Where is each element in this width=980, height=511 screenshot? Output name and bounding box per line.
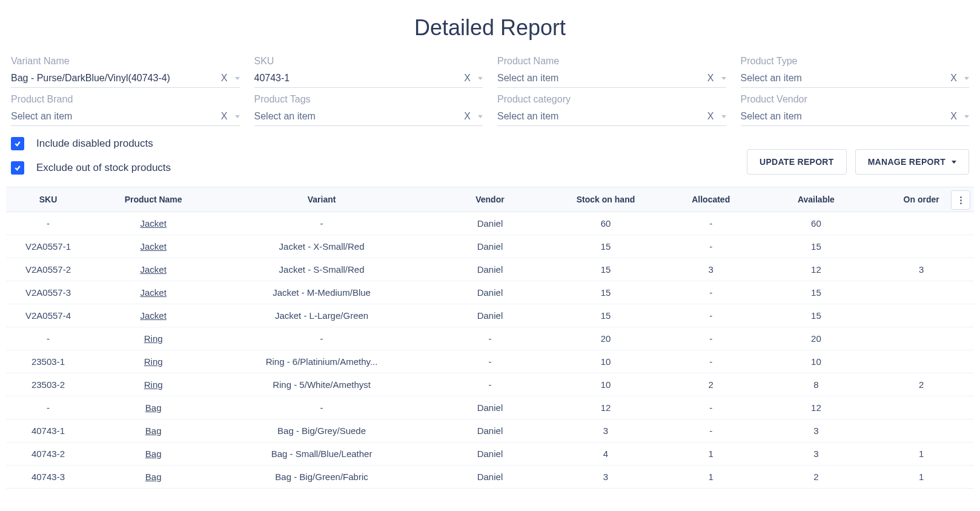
report-table-wrapper: SKU Product Name Variant Vendor Stock on…: [6, 187, 974, 489]
cell-sku: -: [6, 212, 90, 235]
filter-sku: SKU 40743-1 X: [254, 56, 483, 88]
cell-available: 3: [764, 443, 869, 466]
chevron-down-icon[interactable]: [964, 115, 969, 118]
cell-stock: 60: [553, 212, 658, 235]
cell-vendor: Daniel: [427, 443, 553, 466]
button-label: MANAGE REPORT: [868, 157, 945, 167]
chevron-down-icon[interactable]: [478, 115, 483, 118]
table-row: 23503-2RingRing - 5/White/Amethyst-10282: [6, 373, 974, 396]
product-name-select[interactable]: Select an item X: [497, 70, 726, 88]
dots-icon: [960, 196, 962, 198]
cell-variant: Jacket - M-Medium/Blue: [216, 281, 426, 304]
product-link[interactable]: Jacket: [140, 287, 166, 298]
cell-onorder: [869, 419, 974, 443]
cell-vendor: Daniel: [427, 419, 553, 443]
cell-stock: 12: [553, 396, 658, 419]
cell-stock: 10: [553, 350, 658, 373]
product-brand-select[interactable]: Select an item X: [11, 109, 240, 126]
cell-variant: Ring - 6/Platinium/Amethy...: [216, 350, 426, 373]
cell-variant: Ring - 5/White/Amethyst: [216, 373, 426, 396]
table-row: 40743-3BagBag - Big/Green/FabricDaniel31…: [6, 466, 974, 489]
filter-variant-name: Variant Name Bag - Purse/DarkBlue/Vinyl(…: [11, 56, 240, 88]
chevron-down-icon[interactable]: [478, 77, 483, 80]
cell-available: 10: [764, 350, 869, 373]
table-row: 40743-2BagBag - Small/Blue/LeatherDaniel…: [6, 443, 974, 466]
product-link[interactable]: Bag: [145, 449, 162, 459]
clear-icon[interactable]: X: [217, 111, 231, 122]
report-table: SKU Product Name Variant Vendor Stock on…: [6, 187, 974, 489]
cell-product: Bag: [90, 396, 216, 419]
clear-icon[interactable]: X: [947, 111, 961, 122]
chevron-down-icon[interactable]: [235, 115, 240, 118]
table-row: V2A0557-3JacketJacket - M-Medium/BlueDan…: [6, 281, 974, 304]
clear-icon[interactable]: X: [704, 111, 718, 122]
product-link[interactable]: Bag: [145, 402, 162, 413]
col-vendor[interactable]: Vendor: [427, 187, 553, 212]
clear-icon[interactable]: X: [460, 111, 474, 122]
product-link[interactable]: Ring: [144, 333, 163, 344]
product-link[interactable]: Ring: [144, 379, 163, 390]
product-tags-select[interactable]: Select an item X: [254, 109, 483, 126]
cell-onorder: [869, 304, 974, 327]
product-category-select[interactable]: Select an item X: [497, 109, 726, 126]
clear-icon[interactable]: X: [947, 73, 961, 84]
col-available[interactable]: Available: [764, 187, 869, 212]
clear-icon[interactable]: X: [704, 73, 718, 84]
sku-select[interactable]: 40743-1 X: [254, 70, 483, 88]
filter-product-type: Product Type Select an item X: [741, 56, 970, 88]
product-link[interactable]: Jacket: [140, 264, 166, 275]
cell-vendor: -: [427, 350, 553, 373]
filter-label: Product Name: [497, 56, 726, 67]
cell-sku: 23503-1: [6, 350, 90, 373]
exclude-out-of-stock-checkbox[interactable]: Exclude out of stock products: [11, 161, 171, 175]
cell-onorder: [869, 350, 974, 373]
manage-report-button[interactable]: MANAGE REPORT: [855, 149, 969, 175]
product-link[interactable]: Ring: [144, 356, 163, 367]
table-row: 40743-1BagBag - Big/Grey/SuedeDaniel3-3: [6, 419, 974, 443]
cell-stock: 4: [553, 443, 658, 466]
chevron-down-icon[interactable]: [964, 77, 969, 80]
update-report-button[interactable]: UPDATE REPORT: [747, 149, 847, 175]
cell-allocated: -: [658, 419, 764, 443]
table-header-row: SKU Product Name Variant Vendor Stock on…: [6, 187, 974, 212]
product-link[interactable]: Jacket: [140, 310, 166, 321]
col-stock[interactable]: Stock on hand: [553, 187, 658, 212]
product-link[interactable]: Jacket: [140, 218, 166, 229]
cell-onorder: 1: [869, 443, 974, 466]
variant-name-select[interactable]: Bag - Purse/DarkBlue/Vinyl(40743-4) X: [11, 70, 240, 88]
cell-sku: V2A0557-2: [6, 258, 90, 281]
filter-label: Product Tags: [254, 94, 483, 105]
clear-icon[interactable]: X: [217, 73, 231, 84]
col-sku[interactable]: SKU: [6, 187, 90, 212]
filter-label: Product Brand: [11, 94, 240, 105]
product-type-select[interactable]: Select an item X: [741, 70, 970, 88]
cell-vendor: -: [427, 373, 553, 396]
chevron-down-icon[interactable]: [235, 77, 240, 80]
column-settings-button[interactable]: [951, 190, 970, 210]
product-link[interactable]: Jacket: [140, 241, 166, 252]
cell-variant: Jacket - X-Small/Red: [216, 235, 426, 258]
cell-onorder: [869, 396, 974, 419]
cell-variant: -: [216, 327, 426, 350]
cell-allocated: -: [658, 327, 764, 350]
col-allocated[interactable]: Allocated: [658, 187, 764, 212]
cell-allocated: 3: [658, 258, 764, 281]
filter-label: Product Vendor: [741, 94, 970, 105]
select-placeholder: Select an item: [741, 73, 947, 84]
cell-product: Bag: [90, 419, 216, 443]
cell-sku: 40743-1: [6, 419, 90, 443]
col-variant[interactable]: Variant: [216, 187, 426, 212]
chevron-down-icon[interactable]: [721, 77, 726, 80]
cell-variant: Jacket - L-Large/Green: [216, 304, 426, 327]
include-disabled-checkbox[interactable]: Include disabled products: [11, 137, 171, 150]
product-vendor-select[interactable]: Select an item X: [741, 109, 970, 126]
product-link[interactable]: Bag: [145, 472, 162, 482]
product-link[interactable]: Bag: [145, 426, 162, 436]
chevron-down-icon[interactable]: [721, 115, 726, 118]
cell-allocated: -: [658, 235, 764, 258]
clear-icon[interactable]: X: [460, 73, 474, 84]
col-product[interactable]: Product Name: [90, 187, 216, 212]
cell-allocated: -: [658, 212, 764, 235]
select-placeholder: Select an item: [741, 111, 947, 122]
caret-down-icon: [952, 161, 956, 164]
